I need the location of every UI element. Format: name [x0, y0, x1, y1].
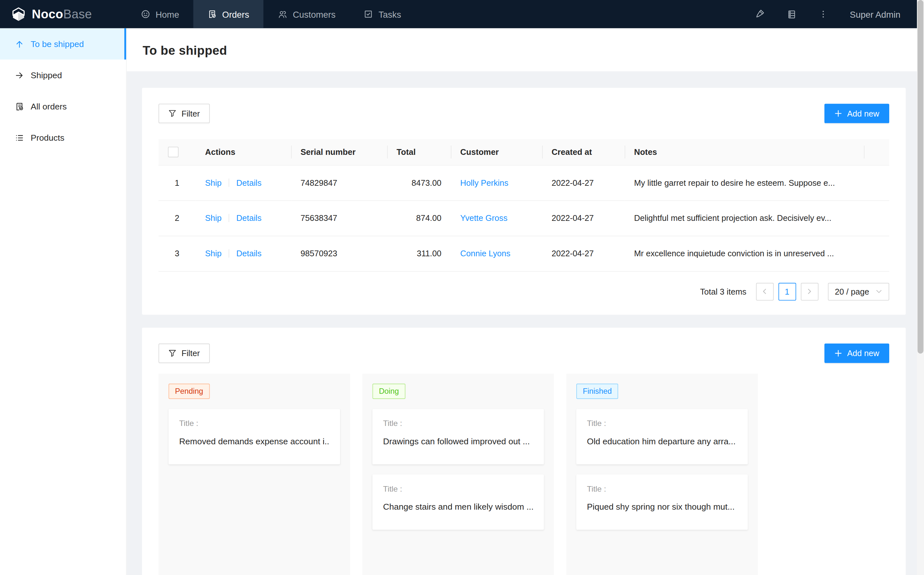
filter-button-label: Filter — [182, 348, 200, 358]
tab-customers[interactable]: Customers — [264, 0, 350, 28]
tab-label: Customers — [293, 9, 335, 19]
arrow-up-icon — [15, 39, 24, 49]
filter-button-label: Filter — [182, 109, 200, 118]
plus-icon — [834, 110, 842, 117]
notes-cell: Delightful met sufficient projection ask… — [625, 200, 864, 236]
created-at-cell: 2022-04-27 — [542, 165, 625, 200]
order-document-icon — [15, 102, 24, 111]
pagination-next-button[interactable] — [801, 283, 818, 300]
status-badge: Pending — [168, 383, 210, 399]
sidebar-item-to-be-shipped[interactable]: To be shipped — [0, 28, 126, 60]
tab-orders[interactable]: Orders — [193, 0, 264, 28]
tab-label: Orders — [222, 9, 249, 19]
sidebar-item-label: To be shipped — [30, 39, 84, 49]
vertical-scrollbar[interactable] — [917, 0, 924, 575]
app-window: NocoBase Home — [0, 0, 924, 575]
total-cell: 8473.00 — [387, 165, 451, 200]
column-header-serial-number: Serial number — [291, 139, 387, 165]
content-body: Filter Add new — [127, 71, 917, 575]
add-new-button-label: Add new — [847, 109, 879, 118]
select-all-checkbox[interactable] — [168, 147, 179, 157]
add-new-button[interactable]: Add new — [824, 104, 889, 123]
details-link[interactable]: Details — [236, 213, 262, 223]
row-index: 1 — [159, 165, 195, 200]
ship-link[interactable]: Ship — [205, 178, 222, 187]
kanban-card[interactable]: Title : Old education him departure any … — [576, 408, 748, 464]
notes-cell: Mr excellence inquietude conviction is i… — [625, 236, 864, 271]
current-user[interactable]: Super Admin — [850, 9, 900, 19]
action-divider — [229, 179, 229, 187]
table-row: 3 ShipDetails 98570923 311.00 Connie Lyo… — [159, 236, 889, 271]
tab-label: Tasks — [379, 9, 401, 19]
filter-button[interactable]: Filter — [159, 104, 210, 123]
sidebar-item-all-orders[interactable]: All orders — [0, 91, 126, 122]
nocobase-logo[interactable]: NocoBase — [0, 0, 127, 28]
kanban-block: Filter Add new — [142, 327, 906, 575]
extra-cell — [864, 236, 889, 271]
page-size-select[interactable]: 20 / page — [828, 283, 889, 300]
tab-label: Home — [156, 9, 179, 19]
customer-link[interactable]: Yvette Gross — [460, 213, 508, 223]
add-new-button[interactable]: Add new — [824, 343, 889, 362]
column-header-actions: Actions — [196, 139, 291, 165]
card-field-label: Title : — [179, 419, 329, 427]
column-header-customer: Customer — [451, 139, 542, 165]
main-content: To be shipped Filter — [127, 28, 917, 575]
filter-button[interactable]: Filter — [159, 343, 210, 362]
column-header-notes: Notes — [625, 139, 864, 165]
tab-tasks[interactable]: Tasks — [350, 0, 415, 28]
sidebar-item-label: Products — [30, 133, 64, 142]
ship-link[interactable]: Ship — [205, 213, 222, 223]
details-link[interactable]: Details — [236, 249, 262, 258]
ui-editor-highlighter-icon[interactable] — [754, 9, 765, 19]
details-link[interactable]: Details — [236, 178, 262, 187]
tab-home[interactable]: Home — [127, 0, 194, 28]
customer-link[interactable]: Holly Perkins — [460, 178, 509, 187]
card-field-label: Title : — [383, 484, 533, 493]
plugins-server-icon[interactable] — [787, 9, 797, 19]
card-field-label: Title : — [587, 419, 737, 427]
pagination-page-1[interactable]: 1 — [778, 283, 796, 300]
extra-cell — [864, 165, 889, 200]
kanban-card[interactable]: Title : Removed demands expense account … — [168, 408, 340, 464]
arrow-right-icon — [15, 70, 24, 80]
navbar-actions: Super Admin — [754, 0, 917, 28]
customer-link[interactable]: Connie Lyons — [460, 249, 511, 258]
total-cell: 874.00 — [387, 200, 451, 236]
sidebar-item-shipped[interactable]: Shipped — [0, 60, 126, 91]
extra-cell — [864, 200, 889, 236]
kanban-card[interactable]: Title : Drawings can followed improved o… — [373, 408, 544, 464]
sidebar-item-products[interactable]: Products — [0, 122, 126, 153]
kanban-card[interactable]: Title : Piqued shy spring nor six though… — [576, 474, 748, 530]
filter-funnel-icon — [168, 349, 176, 357]
more-ellipsis-icon[interactable] — [819, 10, 828, 19]
orders-toolbar: Filter Add new — [159, 104, 889, 123]
unordered-list-icon — [15, 133, 24, 142]
total-cell: 311.00 — [387, 236, 451, 271]
kanban-card[interactable]: Title : Change stairs and men likely wis… — [373, 474, 544, 530]
row-index: 2 — [159, 200, 195, 236]
kanban-toolbar: Filter Add new — [159, 343, 889, 362]
notes-cell: My little garret repair to desire he est… — [625, 165, 864, 200]
status-badge: Doing — [373, 383, 405, 399]
orders-table: Actions Serial number Total Customer Cre… — [159, 139, 889, 272]
check-square-icon — [364, 10, 373, 19]
kanban-column-pending: Pending Title : Removed demands expense … — [159, 373, 350, 575]
pagination-total: Total 3 items — [700, 286, 746, 296]
pagination-prev-button[interactable] — [756, 283, 774, 300]
customers-people-icon — [278, 9, 287, 19]
sidebar-item-label: Shipped — [30, 70, 62, 80]
serial-number-cell: 98570923 — [291, 236, 387, 271]
page-size-value: 20 / page — [835, 286, 869, 296]
page-title: To be shipped — [143, 43, 917, 58]
scrollbar-thumb[interactable] — [918, 0, 923, 354]
ship-link[interactable]: Ship — [205, 249, 222, 258]
status-badge: Finished — [576, 383, 618, 399]
column-header-extra — [864, 139, 889, 165]
add-new-button-label: Add new — [847, 348, 879, 358]
table-row: 1 ShipDetails 74829847 8473.00 Holly Per… — [159, 165, 889, 200]
chevron-right-icon — [806, 288, 813, 295]
created-at-cell: 2022-04-27 — [542, 236, 625, 271]
nocobase-cube-icon — [11, 6, 26, 22]
orders-table-block: Filter Add new — [142, 88, 906, 315]
